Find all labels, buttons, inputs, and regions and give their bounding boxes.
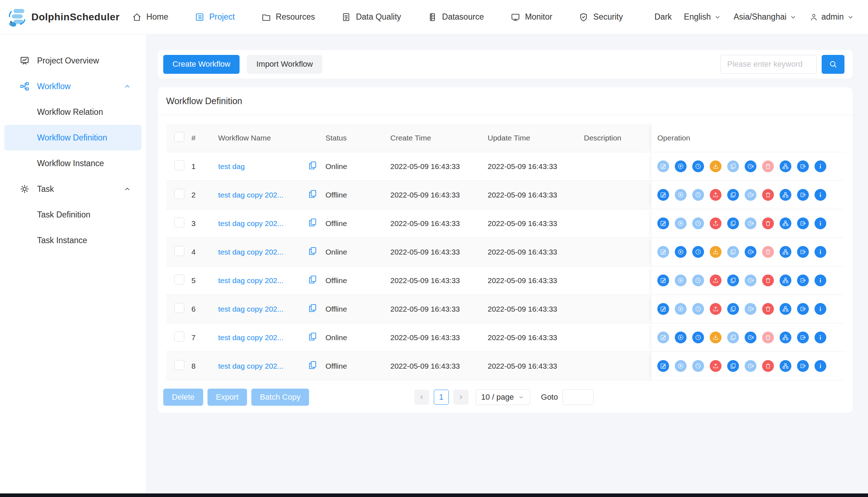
edit-button[interactable] (657, 275, 669, 286)
edit-button[interactable] (657, 332, 669, 343)
tree-view-button[interactable] (780, 246, 791, 258)
sidebar-item-project-overview[interactable]: Project Overview (4, 48, 142, 73)
copy-workflow-button[interactable] (727, 332, 739, 343)
row-checkbox[interactable] (174, 303, 184, 313)
release-button[interactable] (710, 360, 721, 372)
edit-button[interactable] (657, 360, 669, 372)
run-button[interactable] (675, 246, 687, 258)
delete-button[interactable] (762, 160, 774, 172)
nav-item-resources[interactable]: Resources (261, 12, 315, 22)
nav-item-monitor[interactable]: Monitor (510, 12, 553, 22)
nav-item-home[interactable]: Home (132, 12, 168, 22)
search-button[interactable] (822, 55, 844, 74)
release-button[interactable] (710, 332, 721, 343)
nav-item-datasource[interactable]: Datasource (427, 12, 484, 22)
tree-view-button[interactable] (780, 189, 791, 201)
tree-view-button[interactable] (780, 160, 791, 172)
version-info-button[interactable] (815, 275, 826, 286)
delete-button[interactable] (762, 246, 774, 258)
cron-manage-button[interactable] (745, 275, 756, 286)
sidebar-item-task-definition[interactable]: Task Definition (4, 202, 142, 227)
page-size-select[interactable]: 10 / page (476, 389, 530, 405)
cron-manage-button[interactable] (745, 303, 756, 315)
create-workflow-button[interactable]: Create Workflow (163, 55, 240, 74)
export-button[interactable] (797, 217, 809, 229)
cron-manage-button[interactable] (745, 332, 756, 343)
export-button[interactable] (797, 189, 809, 201)
workflow-name-link[interactable]: test dag copy 202... (218, 362, 283, 370)
copy-workflow-button[interactable] (727, 275, 739, 286)
copy-workflow-button[interactable] (727, 246, 739, 258)
timing-button[interactable] (692, 189, 704, 201)
nav-item-project[interactable]: Project (195, 12, 235, 22)
timing-button[interactable] (692, 246, 704, 258)
timing-button[interactable] (692, 360, 704, 372)
copy-name-icon[interactable] (308, 332, 318, 342)
version-info-button[interactable] (815, 303, 826, 315)
release-button[interactable] (710, 246, 721, 258)
nav-item-security[interactable]: Security (579, 12, 623, 22)
row-checkbox[interactable] (174, 217, 184, 227)
copy-workflow-button[interactable] (727, 217, 739, 229)
export-button[interactable] (797, 246, 809, 258)
tree-view-button[interactable] (780, 332, 791, 343)
copy-name-icon[interactable] (308, 303, 318, 313)
timing-button[interactable] (692, 217, 704, 229)
cron-manage-button[interactable] (745, 217, 756, 229)
batch-export-button[interactable]: Export (207, 389, 247, 406)
tree-view-button[interactable] (780, 217, 791, 229)
sidebar-item-workflow[interactable]: Workflow (4, 73, 142, 99)
export-button[interactable] (797, 360, 809, 372)
release-button[interactable] (710, 303, 721, 315)
workflow-name-link[interactable]: test dag copy 202... (218, 276, 283, 285)
copy-name-icon[interactable] (308, 360, 318, 370)
batch-delete-button[interactable]: Delete (163, 389, 203, 406)
search-input[interactable] (720, 55, 817, 74)
release-button[interactable] (710, 189, 721, 201)
workflow-name-link[interactable]: test dag copy 202... (218, 333, 283, 342)
theme-toggle[interactable]: Dark (654, 12, 672, 22)
next-page-button[interactable] (453, 390, 468, 405)
goto-page-input[interactable] (563, 389, 594, 405)
sidebar-item-task-instance[interactable]: Task Instance (4, 227, 142, 253)
run-button[interactable] (675, 360, 687, 372)
row-checkbox[interactable] (174, 360, 184, 370)
edit-button[interactable] (657, 303, 669, 315)
export-button[interactable] (797, 275, 809, 286)
copy-name-icon[interactable] (308, 160, 318, 170)
copy-name-icon[interactable] (308, 189, 318, 199)
workflow-name-link[interactable]: test dag copy 202... (218, 248, 283, 256)
delete-button[interactable] (762, 360, 774, 372)
copy-name-icon[interactable] (308, 275, 318, 285)
tree-view-button[interactable] (780, 303, 791, 315)
version-info-button[interactable] (815, 189, 826, 201)
release-button[interactable] (710, 275, 721, 286)
copy-workflow-button[interactable] (727, 160, 739, 172)
sidebar-item-task[interactable]: Task (4, 176, 142, 202)
edit-button[interactable] (657, 246, 669, 258)
workflow-name-link[interactable]: test dag copy 202... (218, 191, 283, 199)
tree-view-button[interactable] (780, 275, 791, 286)
release-button[interactable] (710, 160, 721, 172)
run-button[interactable] (675, 189, 687, 201)
version-info-button[interactable] (815, 217, 826, 229)
run-button[interactable] (675, 303, 687, 315)
row-checkbox[interactable] (174, 332, 184, 342)
run-button[interactable] (675, 332, 687, 343)
edit-button[interactable] (657, 189, 669, 201)
version-info-button[interactable] (815, 332, 826, 343)
timing-button[interactable] (692, 332, 704, 343)
workflow-name-link[interactable]: test dag copy 202... (218, 219, 283, 228)
row-checkbox[interactable] (174, 189, 184, 199)
cron-manage-button[interactable] (745, 360, 756, 372)
edit-button[interactable] (657, 217, 669, 229)
delete-button[interactable] (762, 189, 774, 201)
user-menu[interactable]: admin (809, 12, 854, 22)
copy-workflow-button[interactable] (727, 360, 739, 372)
delete-button[interactable] (762, 275, 774, 286)
delete-button[interactable] (762, 332, 774, 343)
select-all-checkbox[interactable] (174, 132, 184, 142)
export-button[interactable] (797, 303, 809, 315)
copy-name-icon[interactable] (308, 246, 318, 256)
timing-button[interactable] (692, 275, 704, 286)
